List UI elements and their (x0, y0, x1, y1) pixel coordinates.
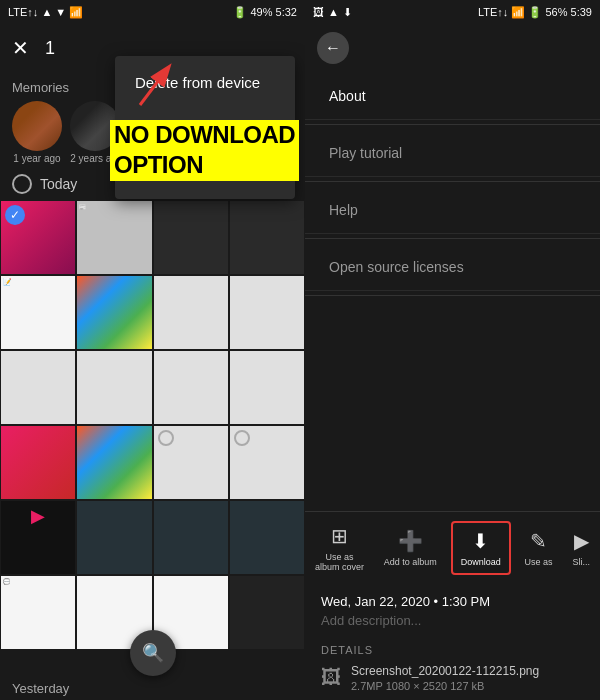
grid-cell-5-1[interactable]: ▶ (0, 500, 76, 575)
grid-cell-4-3[interactable] (153, 425, 229, 500)
download-icon: ⬇ (472, 529, 489, 553)
annotation-text: NO DOWNLOAD OPTION (110, 120, 299, 181)
yesterday-label: Yesterday (0, 677, 305, 700)
grid-cell-3-4[interactable] (229, 350, 305, 425)
file-name: Screenshot_20200122-112215.png (351, 664, 584, 678)
action-use-as[interactable]: ✎ Use as (519, 525, 559, 571)
slideshow-icon: ▶ (574, 529, 589, 553)
memory-item-1[interactable]: 1 year ago (12, 101, 62, 164)
status-bar-right: 🖼 ▲ ⬇ LTE↑↓ 📶 🔋 56% 5:39 (305, 0, 600, 24)
menu-item-help[interactable]: Help (305, 186, 600, 234)
photo-description[interactable]: Add description... (321, 609, 584, 632)
action-download[interactable]: ⬇ Download (451, 521, 511, 575)
grid-cell-2-1[interactable]: 📝 (0, 275, 76, 350)
grid-cell-4-1[interactable] (0, 425, 76, 500)
grid-row-2: 📝 (0, 275, 305, 350)
grid-cell-1-1[interactable]: ✓ (0, 200, 76, 275)
download-icon-status: ⬇ (343, 6, 352, 19)
left-panel: LTE↑↓ ▲ ▼ 📶 🔋 49% 5:32 ✕ 1 Memories 1 ye… (0, 0, 305, 700)
grid-cell-3-2[interactable] (76, 350, 152, 425)
status-bar-left: LTE↑↓ ▲ ▼ 📶 🔋 49% 5:32 (0, 0, 305, 24)
file-icon: 🖼 (321, 666, 341, 689)
arrow-icon-status: ▲ (328, 6, 339, 18)
checkmark-1: ✓ (5, 205, 25, 225)
menu-item-licenses[interactable]: Open source licenses (305, 243, 600, 291)
menu-divider-4 (305, 295, 600, 296)
action-add-label: Add to album (384, 557, 437, 567)
details-row: 🖼 Screenshot_20200122-112215.png 2.7MP 1… (321, 664, 584, 692)
grid-radio-4-4 (234, 430, 250, 446)
zoom-icon: 🔍 (142, 642, 164, 664)
svg-line-1 (140, 68, 168, 105)
grid-row-4 (0, 425, 305, 500)
status-icons-right: 🖼 ▲ ⬇ (313, 6, 352, 19)
action-slide-label: Sli... (572, 557, 590, 567)
time-battery-right: LTE↑↓ 📶 🔋 56% 5:39 (478, 6, 592, 19)
menu-item-tutorial[interactable]: Play tutorial (305, 129, 600, 177)
memory-time-1: 1 year ago (13, 153, 60, 164)
add-album-icon: ➕ (398, 529, 423, 553)
grid-cell-2-4[interactable] (229, 275, 305, 350)
details-section: DETAILS 🖼 Screenshot_20200122-112215.png… (305, 636, 600, 700)
action-useas-label: Use as (525, 557, 553, 567)
grid-cell-4-4[interactable] (229, 425, 305, 500)
signal-indicator-left: LTE↑↓ ▲ ▼ 📶 (8, 6, 83, 19)
action-slideshow[interactable]: ▶ Sli... (566, 525, 596, 571)
annotation-container: NO DOWNLOAD OPTION (110, 90, 299, 181)
grid-row-3 (0, 350, 305, 425)
details-section-label: DETAILS (321, 644, 584, 656)
grid-cell-1-3[interactable] (153, 200, 229, 275)
photo-date: Wed, Jan 22, 2020 • 1:30 PM (321, 594, 584, 609)
grid-cell-3-3[interactable] (153, 350, 229, 425)
photo-grid: ✓ 📰 📝 (0, 200, 305, 677)
grid-radio-4-3 (158, 430, 174, 446)
use-as-icon: ✎ (530, 529, 547, 553)
select-all-radio[interactable] (12, 174, 32, 194)
grid-cell-3-1[interactable] (0, 350, 76, 425)
grid-cell-5-4[interactable] (229, 500, 305, 575)
image-icon-status: 🖼 (313, 6, 324, 18)
close-icon[interactable]: ✕ (12, 36, 29, 60)
battery-time-left: 🔋 49% 5:32 (233, 6, 297, 19)
menu-divider-2 (305, 181, 600, 182)
grid-cell-5-2[interactable] (76, 500, 152, 575)
right-menu-list: About Play tutorial Help Open source lic… (305, 72, 600, 511)
photo-meta: Wed, Jan 22, 2020 • 1:30 PM Add descript… (305, 584, 600, 636)
action-bar: ⊞ Use asalbum cover ➕ Add to album ⬇ Dow… (305, 511, 600, 584)
grid-cell-4-2[interactable] (76, 425, 152, 500)
annotation-line2: OPTION (110, 150, 299, 180)
top-bar-right: ← (305, 24, 600, 72)
grid-cell-2-3[interactable] (153, 275, 229, 350)
grid-cell-5-3[interactable] (153, 500, 229, 575)
menu-item-about[interactable]: About (305, 72, 600, 120)
action-use-label: Use asalbum cover (315, 552, 364, 572)
right-panel: 🖼 ▲ ⬇ LTE↑↓ 📶 🔋 56% 5:39 ← About Play tu… (305, 0, 600, 700)
grid-cell-1-2[interactable]: 📰 (76, 200, 152, 275)
selection-count: 1 (45, 38, 55, 59)
red-arrow-icon (130, 60, 190, 110)
grid-cell-1-4[interactable] (229, 200, 305, 275)
grid-cell-2-2[interactable] (76, 275, 152, 350)
today-label: Today (40, 176, 77, 192)
annotation-line1: NO DOWNLOAD (110, 120, 299, 150)
grid-cell-6-4[interactable] (229, 575, 305, 650)
memory-thumb-1 (12, 101, 62, 151)
grid-cell-6-1[interactable]: 💬 (0, 575, 76, 650)
action-download-label: Download (461, 557, 501, 567)
action-add-to-album[interactable]: ➕ Add to album (378, 525, 443, 571)
back-button[interactable]: ← (317, 32, 349, 64)
grid-row-5: ▶ (0, 500, 305, 575)
action-use-as-cover[interactable]: ⊞ Use asalbum cover (309, 520, 370, 576)
file-meta: 2.7MP 1080 × 2520 127 kB (351, 680, 584, 692)
file-info: Screenshot_20200122-112215.png 2.7MP 108… (351, 664, 584, 692)
zoom-fab-button[interactable]: 🔍 (130, 630, 176, 676)
menu-divider-3 (305, 238, 600, 239)
album-cover-icon: ⊞ (331, 524, 348, 548)
menu-divider-1 (305, 124, 600, 125)
grid-row-1: ✓ 📰 (0, 200, 305, 275)
